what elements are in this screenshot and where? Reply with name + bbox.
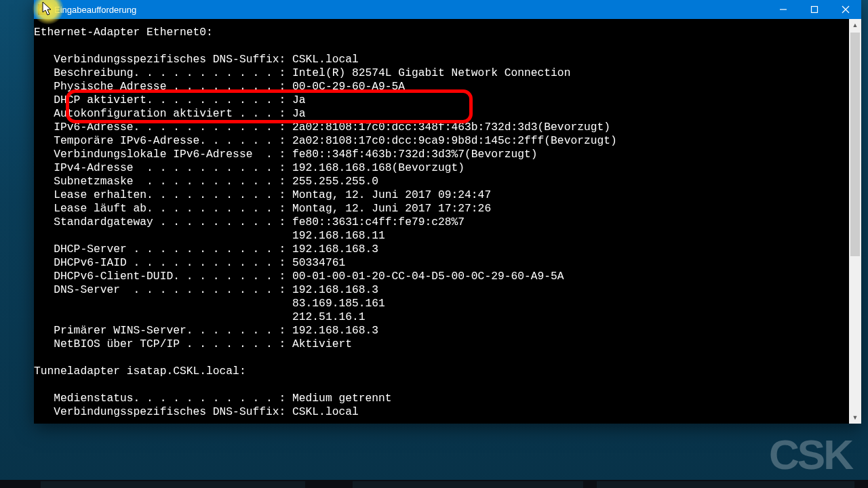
terminal-client: Ethernet-Adapter Ethernet0: Verbindungss… [34,19,861,424]
taskbar-item[interactable] [597,481,854,488]
maximize-button[interactable] [799,0,830,19]
svg-text:C:: C: [39,5,46,14]
minimize-button[interactable] [768,0,799,19]
csk-watermark: CSK [769,430,852,479]
taskbar-item[interactable] [41,481,305,488]
close-button[interactable] [830,0,861,19]
cmd-icon: C: [38,4,49,15]
svg-rect-3 [812,7,818,13]
scroll-down-arrow[interactable]: ▼ [849,411,861,424]
scroll-thumb[interactable] [850,33,860,256]
vertical-scrollbar[interactable]: ▲ ▼ [849,19,861,424]
titlebar[interactable]: C: Eingabeaufforderung [34,0,861,19]
taskbar-item[interactable] [353,481,583,488]
terminal-output[interactable]: Ethernet-Adapter Ethernet0: Verbindungss… [34,19,849,424]
scroll-up-arrow[interactable]: ▲ [849,19,861,31]
window-title: Eingabeaufforderung [54,5,768,15]
cmd-window: C: Eingabeaufforderung Ethernet-Adapter … [34,0,861,424]
